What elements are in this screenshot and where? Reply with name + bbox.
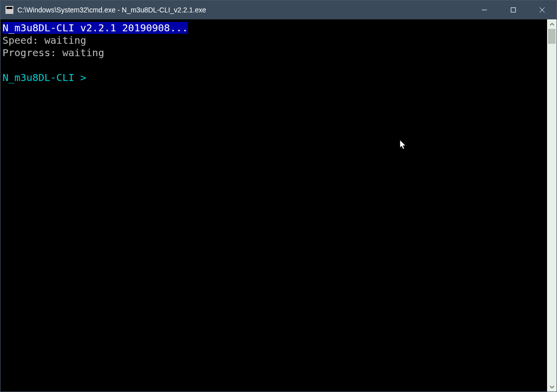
cmd-icon (5, 6, 13, 14)
header-line: N_m3u8DL-CLI v2.2.1 20190908... (2, 22, 188, 34)
scroll-track[interactable] (547, 29, 557, 382)
cmd-window: C:\Windows\System32\cmd.exe - N_m3u8DL-C… (0, 0, 557, 392)
prompt-line: N_m3u8DL-CLI > (2, 72, 92, 83)
progress-line: Progress: waiting (2, 47, 104, 59)
window-title: C:\Windows\System32\cmd.exe - N_m3u8DL-C… (17, 6, 470, 14)
scroll-up-button[interactable] (547, 19, 557, 29)
speed-line: Speed: waiting (2, 34, 86, 46)
content-area: N_m3u8DL-CLI v2.2.1 20190908... Speed: w… (0, 19, 557, 392)
close-button[interactable] (528, 0, 557, 19)
chevron-up-icon (550, 22, 555, 27)
scroll-down-button[interactable] (547, 382, 557, 392)
window-controls (470, 0, 557, 19)
scroll-thumb[interactable] (548, 29, 556, 44)
maximize-icon (510, 7, 516, 13)
close-icon (539, 7, 545, 13)
minimize-icon (481, 7, 487, 13)
terminal-output[interactable]: N_m3u8DL-CLI v2.2.1 20190908... Speed: w… (0, 19, 547, 392)
titlebar[interactable]: C:\Windows\System32\cmd.exe - N_m3u8DL-C… (0, 0, 557, 19)
blank-line (2, 59, 545, 72)
vertical-scrollbar[interactable] (547, 19, 557, 392)
chevron-down-icon (550, 385, 555, 390)
minimize-button[interactable] (470, 0, 499, 19)
svg-rect-1 (511, 8, 516, 12)
maximize-button[interactable] (499, 0, 528, 19)
